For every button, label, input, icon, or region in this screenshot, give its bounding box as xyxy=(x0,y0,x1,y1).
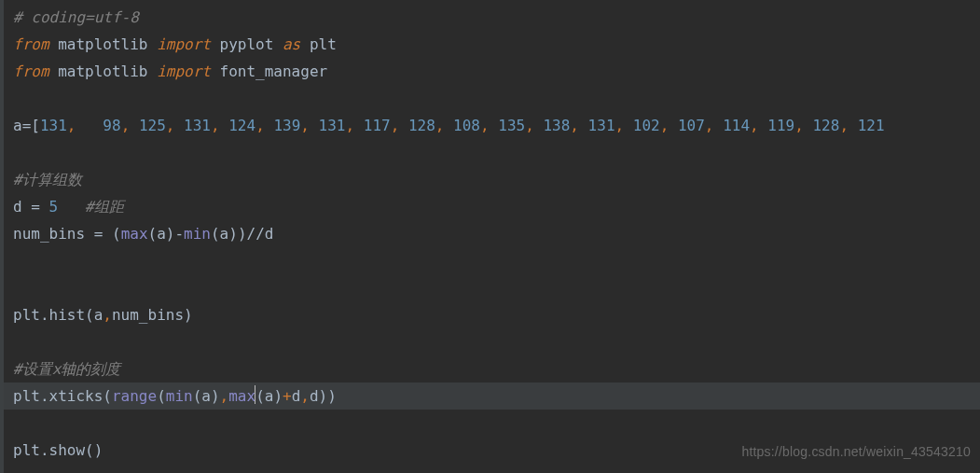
comment: #计算组数 xyxy=(13,171,82,188)
number: 128 xyxy=(812,117,839,134)
builtin-min: min xyxy=(166,387,193,405)
code-line[interactable]: # coding=utf-8 xyxy=(4,4,980,31)
number: 131 xyxy=(40,117,67,134)
code-line[interactable]: a=[131, 98, 125, 131, 124, 139, 131, 117… xyxy=(4,112,980,139)
code-line[interactable]: d = 5 #组距 xyxy=(4,193,980,220)
code-line[interactable]: #计算组数 xyxy=(4,166,980,193)
number: 107 xyxy=(678,117,705,134)
number: 131 xyxy=(319,117,346,134)
number: 114 xyxy=(723,117,750,134)
number: 117 xyxy=(364,117,391,134)
number: 131 xyxy=(588,117,615,134)
number: 128 xyxy=(408,117,435,134)
code-line[interactable]: plt.hist(a,num_bins) xyxy=(4,301,980,328)
comment: # coding=utf-8 xyxy=(13,8,139,26)
number: 98 xyxy=(103,117,120,134)
code-line-blank[interactable] xyxy=(4,247,980,274)
code-line-blank[interactable] xyxy=(4,410,980,437)
number: 138 xyxy=(543,117,570,134)
keyword-import: import xyxy=(157,35,211,53)
comment: #组距 xyxy=(58,198,124,216)
number: 131 xyxy=(184,117,211,134)
builtin-range: range xyxy=(112,387,157,405)
code-line-blank[interactable] xyxy=(4,139,980,166)
number: 119 xyxy=(767,117,794,134)
keyword-as: as xyxy=(283,35,300,53)
number: 135 xyxy=(498,117,525,134)
number: 108 xyxy=(453,117,480,134)
number: 139 xyxy=(273,117,300,134)
builtin-max: max xyxy=(121,225,148,243)
code-editor[interactable]: # coding=utf-8 from matplotlib import py… xyxy=(0,0,980,473)
watermark: https://blog.csdn.net/weixin_43543210 xyxy=(741,438,971,466)
code-line-blank[interactable] xyxy=(4,328,980,355)
code-line[interactable]: #设置x轴的刻度 xyxy=(4,355,980,383)
number: 125 xyxy=(139,117,166,134)
keyword-from: from xyxy=(13,35,49,53)
code-line[interactable]: num_bins = (max(a)-min(a))//d xyxy=(4,220,980,247)
builtin-max: max xyxy=(228,387,255,405)
code-line-blank[interactable] xyxy=(4,274,980,301)
code-line[interactable]: from matplotlib import font_manager xyxy=(4,58,980,85)
code-line-blank[interactable] xyxy=(4,85,980,112)
comment: #设置x轴的刻度 xyxy=(13,360,120,378)
code-line-active[interactable]: plt.xticks(range(min(a),max(a)+d,d)) xyxy=(4,383,980,410)
keyword-import: import xyxy=(157,63,211,80)
code-line[interactable]: from matplotlib import pyplot as plt xyxy=(4,31,980,58)
number: 124 xyxy=(228,117,255,134)
builtin-min: min xyxy=(184,225,211,243)
keyword-from: from xyxy=(13,63,49,80)
var-a: a xyxy=(13,117,22,134)
number: 121 xyxy=(858,117,885,134)
number: 102 xyxy=(633,117,660,134)
